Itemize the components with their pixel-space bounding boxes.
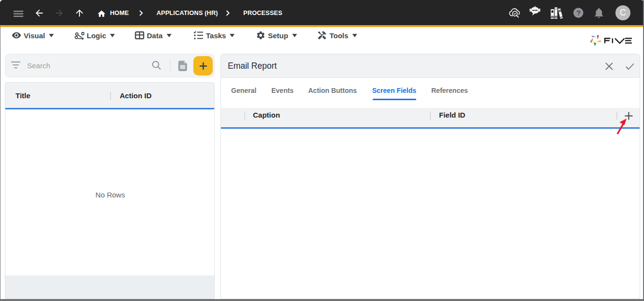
- svg-text:?: ?: [576, 8, 581, 16]
